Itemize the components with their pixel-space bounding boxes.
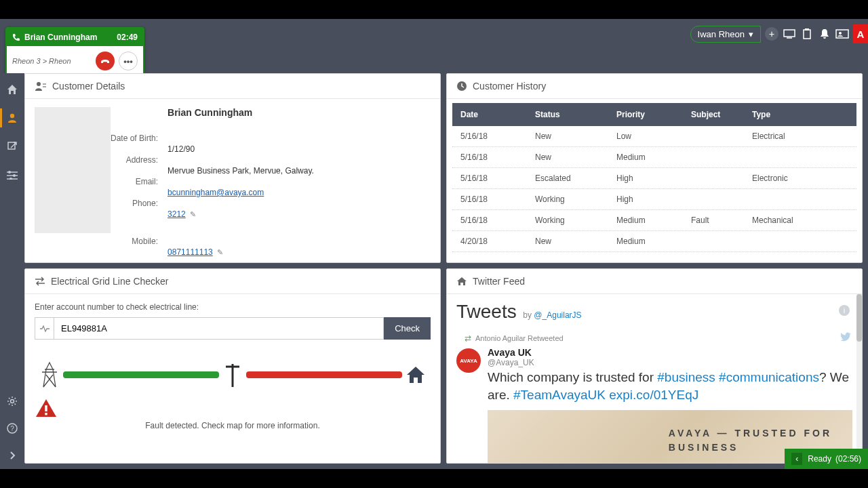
- cell-status: Working: [527, 210, 608, 230]
- cell-subject: [683, 189, 744, 209]
- user-name: Iwan Rheon: [698, 29, 745, 39]
- agent-status-badge[interactable]: ‹ Ready (02:56): [785, 449, 868, 469]
- label-address: Address:: [126, 153, 158, 167]
- info-icon[interactable]: i: [839, 305, 850, 316]
- home-small-icon: [456, 277, 467, 286]
- add-icon[interactable]: +: [765, 27, 778, 41]
- value-phone[interactable]: 3212: [167, 209, 186, 219]
- customer-icon: [35, 81, 47, 92]
- label-phone: Phone:: [132, 197, 158, 210]
- feed-scrollbar[interactable]: [856, 294, 862, 464]
- nav-help[interactable]: ?: [0, 419, 24, 438]
- twitter-bird-icon: [839, 332, 851, 342]
- customer-photo: [35, 107, 111, 233]
- cell-type: [744, 189, 856, 209]
- cell-date: 5/16/18: [452, 168, 527, 188]
- edit-mobile-icon[interactable]: ✎: [217, 248, 223, 257]
- brand-badge[interactable]: A: [853, 24, 868, 43]
- panel-title: Customer History: [473, 81, 546, 92]
- label-dob: Date of Birth:: [111, 131, 158, 145]
- edit-phone-icon[interactable]: ✎: [190, 210, 196, 219]
- svg-rect-18: [43, 83, 46, 85]
- tweet-account-name[interactable]: Avaya UK: [488, 347, 532, 358]
- svg-rect-7: [8, 142, 15, 149]
- label-email: Email:: [136, 175, 158, 188]
- hashtag[interactable]: #business: [657, 370, 715, 384]
- col-priority[interactable]: Priority: [608, 103, 683, 126]
- svg-rect-3: [805, 28, 809, 30]
- call-customer-name: Brian Cunningham: [24, 33, 97, 42]
- cell-date: 5/16/18: [452, 126, 527, 146]
- monitor-icon[interactable]: [783, 27, 796, 41]
- line-fault: [246, 371, 402, 378]
- panel-title: Twitter Feed: [473, 276, 525, 287]
- value-dob: 1/12/90: [167, 142, 314, 156]
- table-row[interactable]: 5/16/18WorkingMediumFaultMechanical: [452, 210, 856, 231]
- tweet-link[interactable]: expi.co/01YEqJ: [609, 388, 698, 402]
- svg-point-5: [839, 32, 842, 35]
- cell-subject: [683, 231, 744, 251]
- tweets-heading: Tweets: [456, 301, 517, 323]
- svg-rect-24: [45, 413, 47, 415]
- feed-author-link[interactable]: @_AguilarJS: [534, 310, 581, 320]
- nav-external[interactable]: [0, 137, 24, 156]
- left-sidebar: ?: [0, 73, 24, 469]
- cell-type: Electronic: [744, 168, 856, 188]
- svg-rect-2: [804, 30, 810, 39]
- nav-home[interactable]: [0, 80, 24, 99]
- cell-subject: Fault: [683, 210, 744, 230]
- svg-rect-19: [43, 86, 46, 87]
- cell-status: Working: [527, 189, 608, 209]
- cell-type: [744, 147, 856, 167]
- nav-expand[interactable]: [0, 446, 24, 465]
- svg-point-17: [37, 82, 41, 86]
- status-label: Ready: [808, 454, 831, 464]
- cell-type: [744, 231, 856, 251]
- contacts-icon[interactable]: [835, 27, 849, 41]
- col-type[interactable]: Type: [744, 103, 856, 126]
- table-row[interactable]: 4/20/18NewMedium: [452, 231, 856, 252]
- call-more-button[interactable]: •••: [119, 52, 138, 70]
- cell-subject: [683, 126, 744, 146]
- table-row[interactable]: 5/16/18NewMedium: [452, 147, 856, 168]
- active-call-card: Brian Cunningham 02:49 Rheon 3 > Rheon •…: [5, 27, 144, 77]
- col-date[interactable]: Date: [452, 103, 527, 126]
- svg-point-6: [10, 114, 14, 118]
- col-status[interactable]: Status: [527, 103, 608, 126]
- warning-icon: [35, 398, 431, 418]
- svg-point-14: [11, 400, 14, 403]
- twitter-panel: Twitter Feed i Tweets by @_AguilarJS ⇄ A…: [446, 268, 863, 464]
- value-address: Mervue Business Park, Mervue, Galway.: [167, 164, 314, 178]
- svg-rect-0: [784, 30, 795, 37]
- table-row[interactable]: 5/16/18NewLowElectrical: [452, 126, 856, 147]
- swap-icon: [35, 277, 45, 286]
- clipboard-icon[interactable]: [800, 27, 814, 41]
- cell-priority: Medium: [608, 231, 683, 251]
- panel-title: Electrical Grid Line Checker: [51, 276, 169, 287]
- tweet-avatar[interactable]: AVAYA: [456, 348, 481, 373]
- nav-sliders[interactable]: [0, 165, 24, 184]
- chevron-left-icon[interactable]: ‹: [791, 453, 802, 465]
- check-button[interactable]: Check: [384, 317, 431, 340]
- history-icon: [456, 81, 467, 92]
- svg-point-13: [9, 178, 12, 180]
- home-icon: [402, 365, 429, 384]
- bell-icon[interactable]: [818, 27, 831, 41]
- tweet-text: Which company is trusted for #business #…: [488, 369, 852, 403]
- nav-settings[interactable]: [0, 392, 24, 411]
- account-input[interactable]: [54, 317, 384, 340]
- col-subject[interactable]: Subject: [683, 103, 744, 126]
- value-mobile[interactable]: 0871111113: [167, 247, 213, 257]
- hangup-button[interactable]: [96, 52, 115, 70]
- tweet-handle[interactable]: @Avaya_UK: [488, 358, 852, 367]
- nav-customer[interactable]: [0, 108, 24, 127]
- user-menu[interactable]: Iwan Rheon ▾: [690, 26, 761, 43]
- cell-subject: [683, 168, 744, 188]
- table-row[interactable]: 5/16/18WorkingHigh: [452, 189, 856, 210]
- hashtag[interactable]: #communications: [719, 370, 819, 384]
- cell-subject: [683, 147, 744, 167]
- hashtag[interactable]: #TeamAvayaUK: [513, 388, 606, 402]
- table-row[interactable]: 5/16/18EscalatedHighElectronic: [452, 168, 856, 189]
- value-email[interactable]: bcunningham@avaya.com: [167, 188, 264, 197]
- customer-name: Brian Cunningham: [167, 107, 314, 134]
